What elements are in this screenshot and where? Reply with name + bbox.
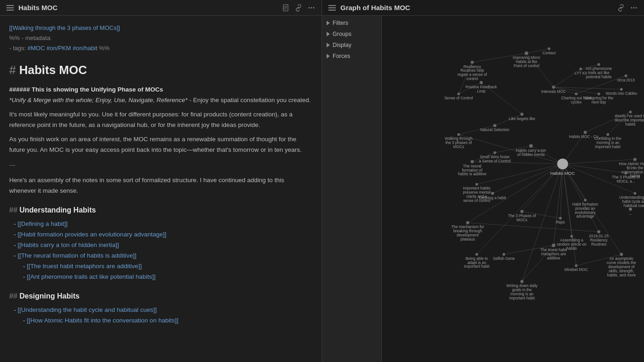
graph-node[interactable]: ... — [629, 207, 632, 216]
graph-node[interactable]: Habits MOC — [550, 159, 575, 176]
filter-filters[interactable]: Filters — [322, 17, 381, 29]
graph-node[interactable]: Sense of Control — [444, 92, 473, 100]
link-icon-right[interactable] — [617, 4, 625, 11]
phase-heading: ###### This is showing the Unifying Phas… — [9, 85, 312, 95]
right-panel-title: Graph of Habits MOC — [340, 4, 613, 11]
graph-node[interactable]: Understanding thehabit cycle andhabitual… — [619, 192, 644, 207]
node-circle — [466, 221, 469, 224]
graph-node[interactable]: Selfish Gene — [493, 253, 515, 261]
link-habit-formation[interactable]: [[Habit formation provides an evolutiona… — [17, 231, 166, 238]
graph-node[interactable]: Natural Selection — [480, 124, 510, 132]
backlink-line[interactable]: [[Walking through the 3 phases of MOCs]] — [9, 23, 312, 33]
link-habits-inertia[interactable]: [[Habits carry a ton of hidden inertia]] — [17, 241, 119, 248]
graph-node[interactable]: Habit formationprovides anevolutionaryad… — [572, 199, 598, 218]
node-circle — [471, 160, 474, 163]
node-label: Being able toadapt is animportant habit — [464, 256, 490, 269]
node-circle — [624, 172, 627, 175]
node-circle — [633, 192, 636, 195]
graph-node[interactable]: Habits carry a tonof hidden inertia — [516, 144, 546, 157]
svg-point-4 — [309, 7, 310, 8]
graph-node[interactable]: Like begets like — [509, 113, 535, 121]
node-circle — [552, 243, 556, 247]
graph-node[interactable]: Walking throughthe 3 phases ofMOCs — [445, 133, 472, 149]
graph-node[interactable]: Reps — [556, 217, 564, 224]
tag-habit[interactable]: #on/habit — [73, 45, 98, 52]
graph-node[interactable]: An asymptoticcurve models thedevelopment… — [607, 253, 636, 277]
graph-node[interactable]: Contact — [542, 47, 556, 55]
node-label: Habits MOC — [550, 171, 575, 176]
node-label: Positive FeedbackLoop — [466, 85, 497, 93]
link-atomic-habits[interactable]: [[How Atomic Habits fit into the convers… — [27, 317, 178, 324]
node-circle — [529, 144, 533, 148]
node-label: Reps — [556, 220, 564, 224]
sub-list-item: - [[How Atomic Habits fit into the conve… — [23, 316, 312, 326]
filter-label: Forces — [333, 53, 350, 59]
node-label: Defining a habit — [479, 195, 506, 200]
node-label: Improving MicroHabits at thePoint of con… — [513, 55, 540, 68]
left-header: Habits MOC — [0, 0, 322, 16]
node-label: circa 2013 — [617, 78, 635, 82]
node-circle — [575, 92, 578, 95]
link-icon-left[interactable] — [295, 4, 302, 11]
graph-area: Filters Groups Display Forces Improving … — [322, 16, 644, 362]
list-item: - [[Habits carry a ton of hidden inertia… — [14, 240, 312, 251]
graph-node[interactable]: Small Wins fostera Sense of Control — [479, 151, 511, 163]
graph-node[interactable]: The 3 Phases ofMOCs — [508, 210, 536, 222]
link-truest-metaphors[interactable]: [[The truest habit metaphors are additiv… — [27, 263, 142, 270]
tag-moc[interactable]: #MOC — [28, 45, 45, 52]
more-icon-right[interactable] — [630, 4, 638, 11]
filter-groups[interactable]: Groups — [322, 29, 381, 40]
graph-node[interactable]: Being able toadapt is animportant habit — [464, 253, 490, 269]
section-understanding: ## Understanding Habits — [9, 204, 312, 216]
graph-edge — [468, 223, 599, 232]
triangle-icon — [327, 21, 330, 25]
more-icon-left[interactable] — [308, 4, 315, 11]
graph-svg-container[interactable]: Improving MicroHabits at thePoint of con… — [382, 16, 644, 362]
node-label: The truest habitmetaphors areadditive — [540, 247, 567, 260]
graph-node[interactable]: ResiliencyRoutines helpregain a sense of… — [458, 61, 488, 81]
document-icon[interactable] — [282, 4, 289, 11]
node-label: LYT Kit — [575, 71, 587, 75]
node-label: Small Wins fostera Sense of Control — [479, 155, 511, 163]
hamburger-icon[interactable] — [6, 5, 14, 11]
link-defining-habit[interactable]: [[Defining a habit]] — [17, 220, 68, 227]
filter-forces[interactable]: Forces — [322, 51, 381, 62]
node-label: Designing for thenext day — [584, 96, 613, 104]
node-label: ResiliencyRoutines helpregain a sense of… — [458, 64, 488, 81]
list-item: - [[The neural formation of habits is ad… — [14, 251, 312, 261]
graph-node[interactable]: Improving MicroHabits at thePoint of con… — [513, 52, 540, 68]
graph-node[interactable]: 2019-01-25ResiliencyRoutines — [589, 230, 609, 246]
node-circle — [606, 133, 609, 136]
graph-node[interactable]: circa 2013 — [617, 75, 635, 82]
filter-label: Filters — [333, 20, 348, 26]
node-circle — [457, 133, 460, 136]
node-circle — [557, 159, 568, 170]
graph-node[interactable]: Mindset MOC — [564, 264, 588, 272]
filter-panel: Filters Groups Display Forces — [322, 16, 382, 362]
meta-label: %% - metadata: — [9, 33, 312, 43]
node-circle — [559, 217, 562, 219]
link-neural-formation[interactable]: [[The neural formation of habits is addi… — [17, 252, 136, 259]
right-panel: Graph of Habits MOC Filters — [322, 0, 644, 362]
node-circle — [520, 210, 523, 213]
node-label: The 3 Phases ofMOCs, a... — [612, 175, 640, 184]
filter-display[interactable]: Display — [322, 40, 381, 51]
link-ant-pheromone[interactable]: [[Ant pheromone trails act like potentia… — [27, 273, 155, 280]
link-habit-cycle[interactable]: [[Understanding the habit cycle and habi… — [17, 306, 156, 313]
graph-node[interactable]: Ant pheromonetrails act likepotential ha… — [586, 63, 612, 79]
graph-node[interactable]: The mechanism forbreaking throughdevelop… — [451, 221, 484, 241]
right-hamburger-icon[interactable] — [328, 5, 336, 11]
graph-node[interactable]: Writing down dailygoals in themorning is… — [506, 280, 538, 300]
svg-point-6 — [313, 7, 315, 8]
graph-node[interactable]: Interests MOC — [541, 86, 566, 94]
tag-pkm[interactable]: #on/PKM — [46, 45, 71, 52]
svg-point-5 — [311, 7, 312, 8]
node-circle — [493, 124, 496, 127]
node-circle — [552, 86, 555, 89]
graph-visualization[interactable]: Improving MicroHabits at thePoint of con… — [382, 16, 644, 362]
node-circle — [598, 63, 600, 66]
right-header: Graph of Habits MOC — [322, 0, 644, 16]
graph-edge — [477, 164, 563, 184]
node-label: ... — [629, 211, 632, 216]
node-circle — [502, 253, 505, 256]
